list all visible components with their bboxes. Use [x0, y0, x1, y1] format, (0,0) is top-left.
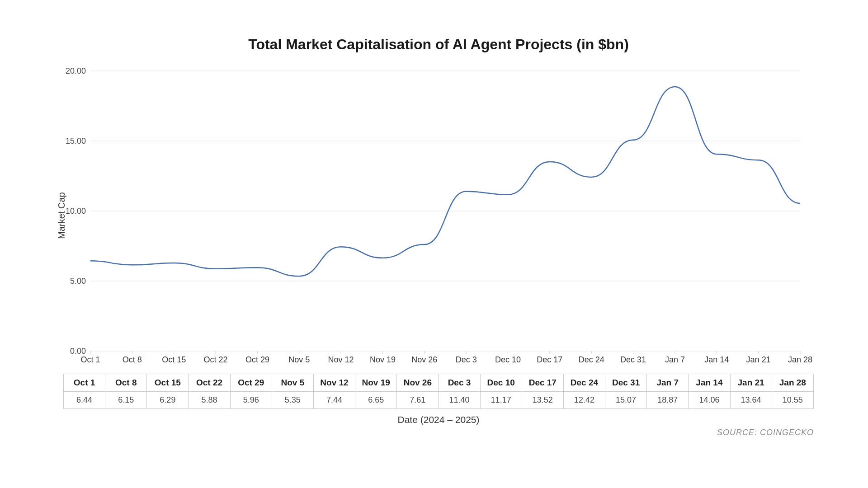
table-value-cell: 15.07 [605, 392, 647, 409]
table-value-cell: 5.88 [189, 392, 230, 409]
table-date-cell: Jan 7 [647, 374, 689, 392]
svg-text:Nov 26: Nov 26 [411, 355, 437, 364]
table-date-cell: Dec 31 [605, 374, 647, 392]
source-label: SOURCE: COINGECKO [63, 428, 814, 437]
svg-text:Oct 15: Oct 15 [162, 355, 186, 364]
svg-text:Dec 10: Dec 10 [495, 355, 521, 364]
table-value-cell: 11.40 [439, 392, 480, 409]
svg-text:Nov 12: Nov 12 [328, 355, 354, 364]
svg-text:Jan 28: Jan 28 [788, 355, 812, 364]
svg-text:Dec 17: Dec 17 [537, 355, 562, 364]
y-axis-label: Market Cap [57, 192, 67, 239]
table-value-cell: 13.64 [730, 392, 772, 409]
svg-text:Oct 22: Oct 22 [204, 355, 228, 364]
table-value-cell: 6.29 [147, 392, 189, 409]
svg-text:15.00: 15.00 [66, 136, 86, 145]
table-value-cell: 5.96 [230, 392, 272, 409]
svg-text:Oct 29: Oct 29 [245, 355, 269, 364]
table-value-cell: 14.06 [689, 392, 730, 409]
table-value-cell: 18.87 [647, 392, 689, 409]
table-date-cell: Dec 17 [522, 374, 563, 392]
svg-text:5.00: 5.00 [70, 277, 86, 286]
table-value-cell: 6.44 [64, 392, 105, 409]
table-date-cell: Nov 12 [313, 374, 355, 392]
table-date-cell: Nov 19 [355, 374, 397, 392]
data-table: Oct 1Oct 8Oct 15Oct 22Oct 29Nov 5Nov 12N… [63, 374, 814, 409]
bottom-section: Oct 1Oct 8Oct 15Oct 22Oct 29Nov 5Nov 12N… [63, 374, 814, 437]
svg-text:Oct 8: Oct 8 [123, 355, 142, 364]
svg-text:Oct 1: Oct 1 [80, 355, 100, 364]
table-date-cell: Oct 8 [105, 374, 147, 392]
svg-text:Dec 31: Dec 31 [620, 355, 646, 364]
svg-text:Dec 24: Dec 24 [579, 355, 604, 364]
table-date-cell: Dec 10 [480, 374, 522, 392]
table-date-cell: Oct 29 [230, 374, 272, 392]
table-value-cell: 11.17 [480, 392, 522, 409]
table-date-cell: Dec 24 [563, 374, 605, 392]
chart-container: Total Market Capitalisation of AI Agent … [27, 18, 841, 470]
table-date-cell: Oct 1 [64, 374, 105, 392]
svg-text:20.00: 20.00 [66, 66, 86, 75]
svg-text:Dec 3: Dec 3 [456, 355, 477, 364]
table-value-cell: 5.35 [272, 392, 313, 409]
table-value-cell: 7.61 [397, 392, 439, 409]
table-date-cell: Oct 22 [189, 374, 230, 392]
chart-title: Total Market Capitalisation of AI Agent … [63, 36, 814, 53]
table-date-cell: Nov 5 [272, 374, 313, 392]
x-axis-title: Date (2024 – 2025) [63, 414, 814, 425]
svg-text:0.00: 0.00 [70, 347, 86, 356]
table-value-cell: 7.44 [313, 392, 355, 409]
table-date-cell: Dec 3 [439, 374, 480, 392]
table-value-cell: 6.15 [105, 392, 147, 409]
svg-text:Nov 19: Nov 19 [370, 355, 396, 364]
table-value-cell: 6.65 [355, 392, 397, 409]
chart-area: Market Cap 0.005.0010.0015.0020.00Oct 1O… [63, 62, 814, 369]
table-date-cell: Jan 14 [689, 374, 730, 392]
svg-text:Jan 14: Jan 14 [704, 355, 729, 364]
table-value-cell: 10.55 [772, 392, 813, 409]
table-value-cell: 12.42 [563, 392, 605, 409]
table-date-cell: Oct 15 [147, 374, 189, 392]
table-date-cell: Jan 28 [772, 374, 813, 392]
svg-text:Nov 5: Nov 5 [288, 355, 310, 364]
svg-text:Jan 21: Jan 21 [746, 355, 771, 364]
svg-text:10.00: 10.00 [66, 206, 86, 216]
table-date-cell: Jan 21 [730, 374, 772, 392]
chart-svg: 0.005.0010.0015.0020.00Oct 1Oct 8Oct 15O… [63, 62, 814, 369]
table-value-cell: 13.52 [522, 392, 563, 409]
table-date-cell: Nov 26 [397, 374, 439, 392]
svg-text:Jan 7: Jan 7 [665, 355, 685, 364]
